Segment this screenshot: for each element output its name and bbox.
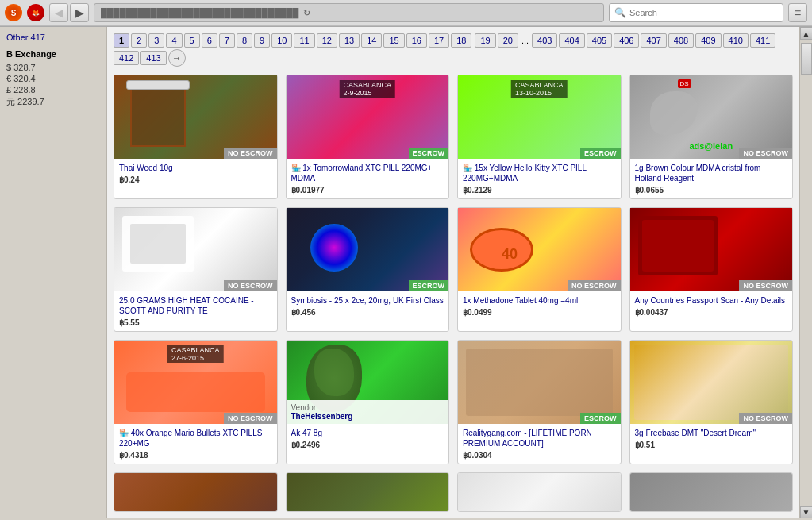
back-button[interactable]: ◀ bbox=[49, 3, 68, 22]
product-title-1: 🏪 1x Tomorrowland XTC PILL 220MG+ MDMA bbox=[291, 163, 444, 183]
page-409[interactable]: 409 bbox=[695, 33, 721, 48]
product-title-3: 1g Brown Colour MDMA cristal from Hollan… bbox=[635, 163, 788, 183]
sidebar: Other 417 B Exchange $ 328.7 € 320.4 £ 2… bbox=[0, 27, 107, 518]
product-card-15[interactable] bbox=[629, 472, 794, 512]
product-price-6: ฿0.0499 bbox=[463, 308, 616, 317]
search-box[interactable]: 🔍 bbox=[609, 3, 783, 22]
scrollbar-track bbox=[800, 40, 812, 506]
casablanca-label-2: CASABLANCA13-10-2015 bbox=[511, 80, 568, 98]
product-title-0: Thai Weed 10g bbox=[119, 163, 272, 173]
page-8[interactable]: 8 bbox=[237, 33, 252, 48]
scroll-up-arrow[interactable]: ▲ bbox=[800, 27, 813, 40]
page-14[interactable]: 14 bbox=[361, 33, 382, 48]
product-card-3[interactable]: DS ads@lelan NO ESCROW 1g Brown Colour M… bbox=[629, 75, 794, 199]
page-16[interactable]: 16 bbox=[406, 33, 427, 48]
vendor-name-9: TheHeissenberg bbox=[291, 412, 444, 421]
product-image-14 bbox=[458, 473, 621, 512]
page-413[interactable]: 413 bbox=[140, 51, 166, 65]
product-title-6: 1x Methadone Tablet 40mg =4ml bbox=[463, 295, 616, 306]
page-17[interactable]: 17 bbox=[429, 33, 449, 48]
product-price-11: ฿0.51 bbox=[635, 441, 788, 449]
page-405[interactable]: 405 bbox=[587, 33, 612, 48]
product-card-12[interactable] bbox=[114, 472, 278, 512]
page-15[interactable]: 15 bbox=[383, 33, 404, 48]
product-image-11: NO ESCROW bbox=[630, 341, 793, 424]
exchange-rate-gbp: £ 228.8 bbox=[6, 84, 100, 95]
page-11[interactable]: 11 bbox=[294, 33, 314, 48]
browser-logo2: 🦊 bbox=[27, 4, 44, 21]
page-9[interactable]: 9 bbox=[254, 33, 270, 48]
page-13[interactable]: 13 bbox=[339, 33, 360, 48]
product-title-4: 25.0 GRAMS HIGH HEAT COCAINE - SCOTT AND… bbox=[119, 295, 272, 316]
escrow-badge-8: NO ESCROW bbox=[224, 413, 277, 424]
page-7[interactable]: 7 bbox=[219, 33, 235, 48]
escrow-badge-5: ESCROW bbox=[409, 280, 449, 291]
vendor-label-9: Vendor bbox=[291, 403, 444, 412]
product-price-0: ฿0.24 bbox=[119, 175, 272, 184]
search-input[interactable] bbox=[629, 8, 772, 17]
product-title-8: 🏪 40x Orange Mario Bullets XTC PILLS 220… bbox=[119, 428, 272, 449]
page-403[interactable]: 403 bbox=[532, 33, 557, 48]
product-card-11[interactable]: NO ESCROW 3g Freebase DMT "Desert Dream"… bbox=[629, 340, 794, 464]
page-10[interactable]: 10 bbox=[271, 33, 292, 48]
product-image-12 bbox=[114, 473, 277, 512]
product-card-10[interactable]: ESCROW Realitygang.com - [LIFETIME PORN … bbox=[457, 340, 622, 464]
ads-text-3: ads@lelan bbox=[689, 141, 733, 151]
product-card-0[interactable]: NO ESCROW Thai Weed 10g ฿0.24 bbox=[114, 75, 278, 199]
escrow-badge-1: ESCROW bbox=[409, 148, 449, 159]
address-bar[interactable]: ████████████████████████████████ ↻ bbox=[94, 3, 604, 22]
page-411[interactable]: 411 bbox=[750, 33, 775, 48]
page-404[interactable]: 404 bbox=[559, 33, 584, 48]
product-image-5: ESCROW bbox=[287, 208, 449, 291]
product-price-3: ฿0.0655 bbox=[635, 186, 788, 195]
scroll-down-arrow[interactable]: ▼ bbox=[800, 506, 813, 518]
page-406[interactable]: 406 bbox=[614, 33, 639, 48]
product-card-9[interactable]: Vendor TheHeissenberg Ak 47 8g ฿0.2496 bbox=[286, 340, 450, 464]
page-5[interactable]: 5 bbox=[184, 33, 200, 48]
escrow-badge-6: NO ESCROW bbox=[568, 280, 621, 291]
page-412[interactable]: 412 bbox=[114, 51, 139, 65]
escrow-badge-0: NO ESCROW bbox=[224, 148, 277, 159]
product-title-5: Symbiosis - 25 x 2ce, 20mg, UK First Cla… bbox=[291, 295, 444, 306]
scrollbar-thumb[interactable] bbox=[801, 43, 812, 75]
sidebar-item-other[interactable]: Other 417 bbox=[6, 32, 100, 43]
escrow-badge-3: NO ESCROW bbox=[739, 148, 792, 159]
forward-button[interactable]: ▶ bbox=[70, 3, 89, 22]
page-3[interactable]: 3 bbox=[148, 33, 164, 48]
product-title-9: Ak 47 8g bbox=[291, 428, 444, 438]
page-4[interactable]: 4 bbox=[166, 33, 182, 48]
page-2[interactable]: 2 bbox=[131, 33, 147, 48]
product-card-8[interactable]: CASABLANCA27-6-2015 NO ESCROW 🏪 40x Oran… bbox=[114, 340, 278, 464]
product-image-10: ESCROW bbox=[458, 341, 621, 424]
product-card-14[interactable] bbox=[457, 472, 622, 512]
next-page-button[interactable]: → bbox=[168, 49, 186, 67]
product-card-13[interactable] bbox=[286, 472, 450, 512]
menu-button[interactable]: ≡ bbox=[788, 3, 807, 22]
exchange-box: B Exchange $ 328.7 € 320.4 £ 228.8 元 223… bbox=[6, 49, 100, 109]
vendor-overlay-9: Vendor TheHeissenberg bbox=[287, 400, 449, 424]
product-card-4[interactable]: NO ESCROW 25.0 GRAMS HIGH HEAT COCAINE -… bbox=[114, 207, 278, 332]
page-408[interactable]: 408 bbox=[668, 33, 694, 48]
scrollbar[interactable]: ▲ ▼ bbox=[799, 27, 812, 518]
escrow-badge-2: ESCROW bbox=[580, 148, 621, 159]
product-card-5[interactable]: ESCROW Symbiosis - 25 x 2ce, 20mg, UK Fi… bbox=[286, 207, 450, 332]
product-title-7: Any Countries Passport Scan - Any Detail… bbox=[635, 295, 788, 306]
product-card-2[interactable]: CASABLANCA13-10-2015 ESCROW 🏪 15x Yellow… bbox=[457, 75, 622, 199]
page-19[interactable]: 19 bbox=[475, 33, 495, 48]
product-image-15 bbox=[630, 473, 793, 512]
product-card-1[interactable]: CASABLANCA2-9-2015 ESCROW 🏪 1x Tomorrowl… bbox=[286, 75, 450, 199]
product-card-6[interactable]: 40 NO ESCROW 1x Methadone Tablet 40mg =4… bbox=[457, 207, 622, 332]
product-price-5: ฿0.456 bbox=[291, 308, 444, 317]
page-20[interactable]: 20 bbox=[498, 33, 518, 48]
page-12[interactable]: 12 bbox=[317, 33, 337, 48]
page-410[interactable]: 410 bbox=[723, 33, 749, 48]
product-image-7: NO ESCROW bbox=[630, 208, 793, 291]
page-1[interactable]: 1 bbox=[114, 33, 129, 48]
page-6[interactable]: 6 bbox=[202, 33, 217, 48]
product-card-7[interactable]: NO ESCROW Any Countries Passport Scan - … bbox=[629, 207, 794, 332]
page-18[interactable]: 18 bbox=[451, 33, 471, 48]
product-image-9: Vendor TheHeissenberg bbox=[287, 341, 449, 424]
exchange-rate-usd: $ 328.7 bbox=[6, 62, 100, 73]
page-407[interactable]: 407 bbox=[641, 33, 666, 48]
product-image-4: NO ESCROW bbox=[114, 208, 277, 291]
